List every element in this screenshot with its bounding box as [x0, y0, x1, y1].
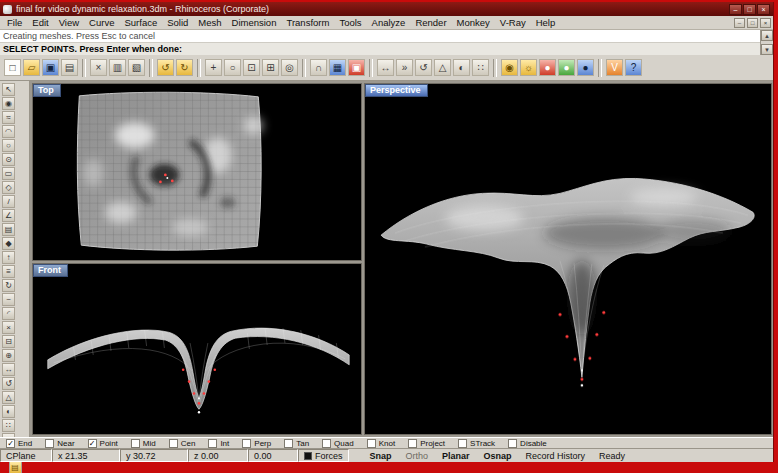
scroll-up-icon[interactable]: ▲	[761, 30, 773, 41]
scale-tool-icon[interactable]	[2, 391, 15, 404]
osnap-point-checkbox[interactable]	[88, 439, 97, 448]
osnap-cen[interactable]: Cen	[169, 439, 196, 448]
osnap-strack-checkbox[interactable]	[458, 439, 467, 448]
arc-icon[interactable]	[2, 125, 15, 138]
rectangle-icon[interactable]	[2, 167, 15, 180]
menu-surface[interactable]: Surface	[119, 16, 162, 29]
osnap-toggle[interactable]: Osnap	[477, 449, 519, 462]
close-button[interactable]: ×	[757, 4, 770, 15]
cut-icon[interactable]	[90, 59, 107, 76]
menu-vray[interactable]: V-Ray	[495, 16, 531, 29]
osnap-mid[interactable]: Mid	[131, 439, 156, 448]
osnap-int-checkbox[interactable]	[208, 439, 217, 448]
osnap-perp[interactable]: Perp	[242, 439, 271, 448]
split-icon[interactable]	[2, 335, 15, 348]
polygon-icon[interactable]	[2, 181, 15, 194]
minimize-button[interactable]: –	[729, 4, 742, 15]
menu-edit[interactable]: Edit	[27, 16, 53, 29]
layers-icon[interactable]	[9, 461, 22, 473]
viewport-front[interactable]: Front	[32, 263, 362, 435]
line-icon[interactable]	[2, 195, 15, 208]
lamp-icon[interactable]	[520, 59, 537, 76]
osnap-project[interactable]: Project	[408, 439, 445, 448]
mirror-tool-icon[interactable]	[2, 405, 15, 418]
viewport-perspective-label[interactable]: Perspective	[365, 84, 428, 97]
open-file-icon[interactable]	[23, 59, 40, 76]
osnap-quad[interactable]: Quad	[322, 439, 354, 448]
new-file-icon[interactable]	[4, 59, 21, 76]
viewport-front-label[interactable]: Front	[33, 264, 68, 277]
redo-icon[interactable]	[176, 59, 193, 76]
sphere-red-icon[interactable]	[539, 59, 556, 76]
mdi-minimize-button[interactable]: –	[734, 18, 745, 28]
surface-icon[interactable]	[2, 223, 15, 236]
rotate-icon[interactable]	[415, 59, 432, 76]
menu-curve[interactable]: Curve	[84, 16, 119, 29]
osnap-strack[interactable]: STrack	[458, 439, 495, 448]
menu-dimension[interactable]: Dimension	[227, 16, 282, 29]
revolve-icon[interactable]	[2, 279, 15, 292]
menu-solid[interactable]: Solid	[162, 16, 193, 29]
zoom-dynamic-icon[interactable]	[224, 59, 241, 76]
osnap-quad-checkbox[interactable]	[322, 439, 331, 448]
osnap-disable-checkbox[interactable]	[508, 439, 517, 448]
move-tool-icon[interactable]	[2, 363, 15, 376]
osnap-disable[interactable]: Disable	[508, 439, 547, 448]
sphere-green-icon[interactable]	[558, 59, 575, 76]
osnap-cen-checkbox[interactable]	[169, 439, 178, 448]
current-layer-cell[interactable]: Forces	[298, 449, 349, 462]
point-icon[interactable]	[2, 97, 15, 110]
menu-analyze[interactable]: Analyze	[367, 16, 411, 29]
sweep-icon[interactable]	[2, 293, 15, 306]
osnap-tan[interactable]: Tan	[284, 439, 309, 448]
scale-icon[interactable]	[434, 59, 451, 76]
record-history-toggle[interactable]: Record History	[519, 449, 593, 462]
menu-transform[interactable]: Transform	[281, 16, 334, 29]
menu-help[interactable]: Help	[531, 16, 561, 29]
ortho-toggle[interactable]: Ortho	[399, 449, 436, 462]
zoom-extents-icon[interactable]	[262, 59, 279, 76]
select-icon[interactable]	[2, 83, 15, 96]
fillet-icon[interactable]	[2, 307, 15, 320]
solid-icon[interactable]	[2, 237, 15, 250]
polyline-icon[interactable]	[2, 209, 15, 222]
curve-icon[interactable]	[2, 111, 15, 124]
osnap-tan-checkbox[interactable]	[284, 439, 293, 448]
menu-view[interactable]: View	[54, 16, 84, 29]
osnap-point[interactable]: Point	[88, 439, 118, 448]
circle-icon[interactable]	[2, 139, 15, 152]
mirror-icon[interactable]	[453, 59, 470, 76]
zoom-selected-icon[interactable]	[281, 59, 298, 76]
cplane-cell[interactable]: CPlane	[0, 449, 52, 462]
trim-icon[interactable]	[2, 321, 15, 334]
maximize-button[interactable]: □	[743, 4, 756, 15]
undo-icon[interactable]	[157, 59, 174, 76]
command-prompt[interactable]: SELECT POINTS. Press Enter when done:	[0, 42, 773, 55]
paste-icon[interactable]	[128, 59, 145, 76]
scroll-down-icon[interactable]: ▼	[761, 44, 773, 55]
save-icon[interactable]	[42, 59, 59, 76]
menu-file[interactable]: File	[2, 16, 27, 29]
command-scrollbar[interactable]: ▲ ▼	[760, 30, 773, 55]
rotate-tool-icon[interactable]	[2, 377, 15, 390]
viewport-top-label[interactable]: Top	[33, 84, 61, 97]
copy-icon[interactable]	[109, 59, 126, 76]
osnap-end-checkbox[interactable]	[6, 439, 15, 448]
extrude-icon[interactable]	[2, 251, 15, 264]
display-mode-icon[interactable]	[329, 59, 346, 76]
sphere-blue-icon[interactable]	[577, 59, 594, 76]
osnap-perp-checkbox[interactable]	[242, 439, 251, 448]
osnap-near[interactable]: Near	[45, 439, 74, 448]
osnap-end[interactable]: End	[6, 439, 32, 448]
osnap-knot-checkbox[interactable]	[367, 439, 376, 448]
print-icon[interactable]	[61, 59, 78, 76]
loft-icon[interactable]	[2, 265, 15, 278]
vray-options-icon[interactable]	[606, 59, 623, 76]
menu-mesh[interactable]: Mesh	[193, 16, 226, 29]
osnap-mid-checkbox[interactable]	[131, 439, 140, 448]
menu-tools[interactable]: Tools	[334, 16, 366, 29]
rotate-view-icon[interactable]	[310, 59, 327, 76]
join-icon[interactable]	[2, 349, 15, 362]
osnap-project-checkbox[interactable]	[408, 439, 417, 448]
viewport-top[interactable]: Top	[32, 83, 362, 261]
